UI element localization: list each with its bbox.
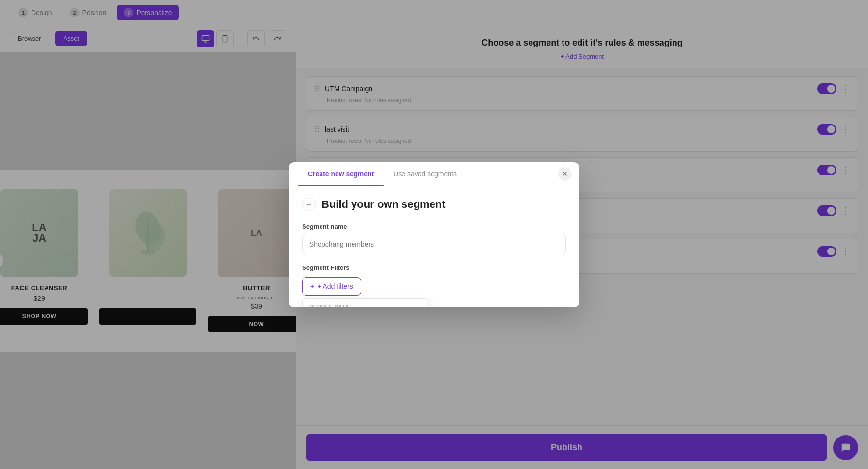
modal-tabs: Create new segment Use saved segments ✕ [289,162,579,186]
add-filters-wrapper: + + Add filters People Data Member Time … [302,277,361,296]
segment-modal: Create new segment Use saved segments ✕ … [289,162,579,307]
add-filters-label: + Add filters [317,282,353,290]
modal-body: ← Build your own segment Segment name Se… [289,186,579,307]
tab-create-segment[interactable]: Create new segment [298,162,384,186]
segment-name-input[interactable] [302,234,566,254]
filters-dropdown: People Data Member Time Of Day Day Of We… [302,298,428,307]
modal-header: ← Build your own segment [302,198,566,211]
segment-name-label: Segment name [302,223,566,230]
segment-filters-label: Segment Filters [302,264,566,271]
tab-saved-segments[interactable]: Use saved segments [384,162,466,186]
add-filters-button[interactable]: + + Add filters [302,277,361,296]
back-button[interactable]: ← [302,198,316,211]
plus-icon: + [310,282,314,290]
tab-create-label: Create new segment [308,170,374,178]
dropdown-category: People Data [303,299,428,307]
modal-title: Build your own segment [321,198,445,211]
tab-saved-label: Use saved segments [393,170,457,178]
modal-close-button[interactable]: ✕ [558,167,572,181]
modal-overlay: Create new segment Use saved segments ✕ … [0,0,868,469]
